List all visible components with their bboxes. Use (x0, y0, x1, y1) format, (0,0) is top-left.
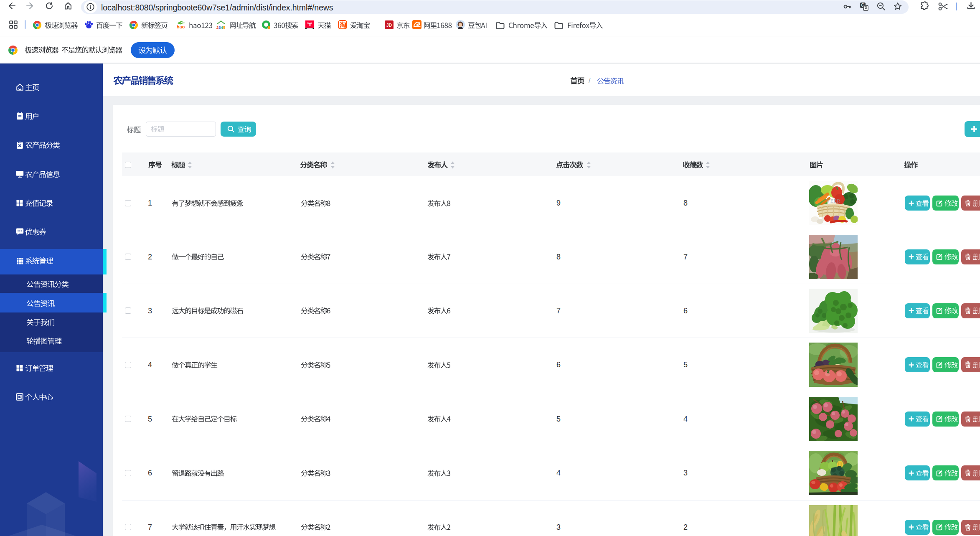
svg-text:hao: hao (177, 24, 185, 29)
svg-text:VEER: VEER (826, 198, 840, 204)
svg-text:2345: 2345 (216, 25, 226, 30)
svg-text:JD: JD (386, 23, 392, 28)
